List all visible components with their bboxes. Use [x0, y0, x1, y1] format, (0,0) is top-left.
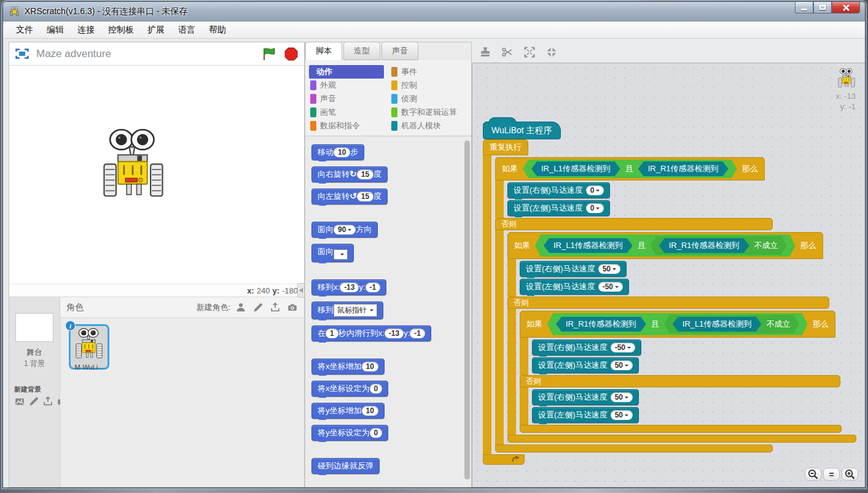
palette-block[interactable]: 移到x:-13y:-1: [311, 279, 386, 295]
new-sprite-paint-button[interactable]: [252, 302, 264, 313]
palette-block[interactable]: 将x坐标设定为0: [311, 381, 388, 397]
motor-speed-dropdown[interactable]: 50: [598, 264, 620, 274]
sprite-info-button[interactable]: i: [65, 320, 76, 331]
number-input[interactable]: 15: [357, 192, 373, 201]
stage-thumbnail[interactable]: [15, 313, 53, 342]
menu-item-file[interactable]: 文件: [9, 22, 40, 38]
motor-speed-dropdown[interactable]: -50: [598, 282, 623, 292]
category-机器人模块[interactable]: 机器人模块: [390, 119, 471, 133]
menu-item-language[interactable]: 语言: [171, 22, 202, 38]
minimize-button[interactable]: [795, 2, 813, 14]
block-set-motor-right[interactable]: 设置(右侧)马达速度0: [507, 182, 610, 198]
palette-block[interactable]: 向左旋转↺15度: [311, 188, 388, 204]
palette-block[interactable]: 移到鼠标指针: [311, 301, 383, 319]
stage-sprite-wulibot[interactable]: [100, 128, 166, 204]
condition-not[interactable]: IR_L1传感器检测到不成立: [664, 315, 799, 333]
block-set-motor-left[interactable]: 设置(左侧)马达速度-50: [520, 279, 629, 295]
if-footer[interactable]: [520, 425, 842, 433]
grow-button[interactable]: [523, 46, 536, 58]
block-set-motor-right[interactable]: 设置(右侧)马达速度50: [520, 261, 627, 277]
category-声音[interactable]: 声音: [309, 92, 390, 106]
duplicate-button[interactable]: [479, 46, 491, 58]
category-事件[interactable]: 事件: [390, 65, 471, 79]
stage-collapse-button[interactable]: [297, 283, 305, 298]
menu-dropdown[interactable]: 鼠标指针: [334, 304, 377, 317]
condition-sensor[interactable]: IR_R1传感器检测到: [659, 238, 749, 253]
palette-block[interactable]: 面向: [311, 244, 354, 262]
number-input[interactable]: 0: [370, 428, 383, 438]
palette-block[interactable]: 将y坐标设定为0: [311, 425, 388, 441]
number-input[interactable]: 10: [362, 406, 378, 416]
palette-block[interactable]: 面向90方向: [311, 222, 378, 238]
menu-item-connect[interactable]: 连接: [71, 22, 101, 38]
category-数据和指令[interactable]: 数据和指令: [309, 119, 390, 133]
number-input[interactable]: -1: [410, 328, 425, 338]
block-set-motor-right[interactable]: 设置(右侧)马达速度-50: [532, 340, 641, 355]
condition-sensor[interactable]: IR_L1传感器检测到: [531, 161, 620, 176]
category-侦测[interactable]: 侦测: [390, 92, 471, 106]
number-input[interactable]: 10: [334, 147, 350, 157]
motor-speed-dropdown[interactable]: 50: [611, 410, 633, 420]
new-backdrop-paint-button[interactable]: [28, 396, 39, 407]
condition-and[interactable]: IR_R1传感器检测到且IR_L1传感器检测到不成立: [547, 313, 808, 335]
palette-block[interactable]: 将x坐标增加10: [311, 359, 385, 375]
menu-item-edit[interactable]: 编辑: [40, 22, 71, 38]
palette-block[interactable]: 将y坐标增加10: [311, 403, 385, 419]
delete-button[interactable]: [501, 46, 514, 58]
number-input[interactable]: 1: [326, 328, 338, 338]
number-input[interactable]: -13: [385, 328, 404, 338]
new-sprite-camera-button[interactable]: [287, 302, 298, 313]
palette-scrollbar[interactable]: [464, 141, 470, 479]
menu-item-extensions[interactable]: 扩展: [141, 22, 171, 38]
number-input[interactable]: 15: [357, 169, 373, 179]
motor-speed-dropdown[interactable]: 50: [611, 392, 633, 402]
tab-scripts[interactable]: 脚本: [305, 42, 342, 60]
condition-not[interactable]: IR_R1传感器检测到不成立: [651, 236, 787, 255]
number-input[interactable]: -1: [366, 282, 381, 292]
else-bar[interactable]: 否则: [520, 375, 840, 387]
palette-block[interactable]: 碰到边缘就反弹: [311, 458, 380, 474]
number-input[interactable]: 0: [370, 384, 383, 394]
number-input[interactable]: 10: [362, 362, 378, 371]
category-控制[interactable]: 控制: [390, 79, 471, 92]
motor-speed-dropdown[interactable]: -50: [611, 343, 635, 352]
motor-speed-dropdown[interactable]: 0: [586, 185, 604, 195]
sprite-card-m-wulibot[interactable]: i M-WuLi...: [69, 324, 109, 370]
category-画笔[interactable]: 画笔: [309, 106, 390, 119]
new-backdrop-upload-button[interactable]: [42, 396, 53, 407]
menu-item-help[interactable]: 帮助: [202, 22, 233, 38]
category-外观[interactable]: 外观: [309, 79, 390, 92]
tab-sounds[interactable]: 声音: [381, 42, 418, 60]
palette-block[interactable]: 移动10步: [311, 144, 364, 160]
palette-block[interactable]: 在1秒内滑行到x:-13y:-1: [311, 325, 431, 341]
forever-header[interactable]: 重复执行: [483, 139, 528, 155]
if-footer[interactable]: [495, 444, 773, 452]
zoom-eq-button[interactable]: =: [823, 468, 840, 481]
green-flag-button[interactable]: [262, 47, 277, 61]
else-bar[interactable]: 否则: [495, 218, 773, 230]
menu-item-board[interactable]: 控制板: [101, 22, 141, 38]
if-header[interactable]: 如果IR_R1传感器检测到且IR_L1传感器检测到不成立那么: [520, 311, 835, 338]
tab-costumes[interactable]: 造型: [343, 42, 380, 60]
maximize-button[interactable]: [813, 2, 832, 14]
block-set-motor-left[interactable]: 设置(左侧)马达速度50: [532, 407, 639, 423]
close-button[interactable]: [832, 2, 860, 14]
block-hat-main-program[interactable]: WuLiBot 主程序: [483, 122, 561, 139]
zoom-in-button[interactable]: [842, 468, 858, 481]
number-input[interactable]: -13: [340, 282, 359, 292]
menu-dropdown[interactable]: [334, 249, 348, 260]
if-footer[interactable]: [507, 435, 856, 443]
new-backdrop-library-button[interactable]: [14, 396, 25, 407]
if-header[interactable]: 如果IR_L1传感器检测到且IR_R1传感器检测到不成立那么: [507, 232, 823, 259]
category-动作[interactable]: 动作: [309, 65, 384, 79]
shrink-button[interactable]: [545, 46, 558, 58]
number-dropdown[interactable]: 90: [334, 225, 356, 235]
zoom-out-button[interactable]: [805, 468, 821, 481]
condition-and[interactable]: IR_L1传感器检测到且IR_R1传感器检测到: [523, 160, 737, 178]
condition-sensor[interactable]: IR_R1传感器检测到: [556, 317, 646, 332]
block-set-motor-right[interactable]: 设置(右侧)马达速度50: [532, 389, 639, 405]
new-sprite-upload-button[interactable]: [270, 302, 281, 313]
if-header[interactable]: 如果IR_L1传感器检测到且IR_R1传感器检测到那么: [495, 157, 765, 181]
stop-button[interactable]: [284, 47, 298, 61]
block-set-motor-left[interactable]: 设置(左侧)马达速度0: [507, 200, 610, 216]
